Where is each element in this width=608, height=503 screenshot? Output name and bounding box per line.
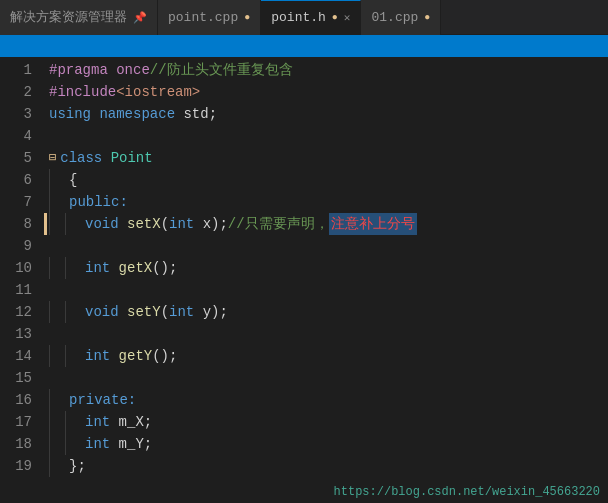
token: getY — [119, 345, 153, 367]
token: once — [116, 59, 150, 81]
tab-point-cpp[interactable]: point.cpp ● — [158, 0, 261, 35]
code-line: int getX(); — [44, 257, 608, 279]
token: setY — [127, 301, 161, 323]
line-number: 16 — [0, 389, 32, 411]
line-number: 5 — [0, 147, 32, 169]
line-number: 11 — [0, 279, 32, 301]
code-line: void setX(int x);//只需要声明，注意补上分号 — [44, 213, 608, 235]
token: int — [169, 301, 203, 323]
tab-01-cpp[interactable]: 01.cpp ● — [361, 0, 441, 35]
token: }; — [69, 455, 86, 477]
code-line: int getY(); — [44, 345, 608, 367]
code-line: #pragma once//防止头文件重复包含 — [44, 59, 608, 81]
token: (); — [152, 257, 177, 279]
token: namespace — [91, 103, 183, 125]
code-line: void setY(int y); — [44, 301, 608, 323]
token: #include — [49, 81, 116, 103]
code-line: ⊟class Point — [44, 147, 608, 169]
token: int — [169, 213, 203, 235]
modified-indicator: ● — [244, 12, 250, 23]
token: y); — [203, 301, 228, 323]
line-number: 19 — [0, 455, 32, 477]
line-number: 15 — [0, 367, 32, 389]
code-line: int m_Y; — [44, 433, 608, 455]
line-number: 13 — [0, 323, 32, 345]
code-line: }; — [44, 455, 608, 477]
token: #pragma — [49, 59, 116, 81]
token: int — [85, 433, 119, 455]
tab-label: point.h — [271, 10, 326, 25]
line-number: 9 — [0, 235, 32, 257]
token: int — [85, 411, 119, 433]
token: class — [60, 147, 110, 169]
code-line: private: — [44, 389, 608, 411]
line-number: 3 — [0, 103, 32, 125]
modified-indicator: ● — [332, 12, 338, 23]
tab-pin-icon: 📌 — [133, 11, 147, 24]
yellow-bar — [44, 213, 47, 235]
editor: 12345678910111213141516171819 #pragma on… — [0, 57, 608, 503]
line-number: 17 — [0, 411, 32, 433]
tab-label: 01.cpp — [371, 10, 418, 25]
line-number: 2 — [0, 81, 32, 103]
code-line — [44, 279, 608, 301]
token: public: — [69, 191, 128, 213]
line-number: 6 — [0, 169, 32, 191]
token: int — [85, 257, 119, 279]
close-icon[interactable]: ✕ — [344, 11, 351, 24]
code-line — [44, 367, 608, 389]
line-number: 12 — [0, 301, 32, 323]
token: private: — [69, 389, 136, 411]
token: std; — [183, 103, 217, 125]
code-line: #include<iostream> — [44, 81, 608, 103]
line-number: 18 — [0, 433, 32, 455]
tab-label: 解决方案资源管理器 — [10, 8, 127, 26]
code-line — [44, 235, 608, 257]
token: ⊟ — [49, 147, 56, 169]
code-line: public: — [44, 191, 608, 213]
tab-point-h[interactable]: point.h ● ✕ — [261, 0, 361, 35]
code-area[interactable]: #pragma once//防止头文件重复包含#include<iostream… — [40, 57, 608, 503]
code-line — [44, 125, 608, 147]
token: setX — [127, 213, 161, 235]
code-line: { — [44, 169, 608, 191]
token: void — [85, 301, 127, 323]
token: using — [49, 103, 91, 125]
token: m_X; — [119, 411, 153, 433]
token: x); — [203, 213, 228, 235]
token: ( — [161, 301, 169, 323]
learn-bar — [0, 35, 608, 57]
line-number: 4 — [0, 125, 32, 147]
token: //防止头文件重复包含 — [150, 59, 293, 81]
code-line — [44, 323, 608, 345]
code-line: int m_X; — [44, 411, 608, 433]
line-numbers: 12345678910111213141516171819 — [0, 57, 40, 503]
token: void — [85, 213, 127, 235]
line-number: 14 — [0, 345, 32, 367]
line-number: 7 — [0, 191, 32, 213]
modified-indicator: ● — [424, 12, 430, 23]
title-bar: 解决方案资源管理器 📌 point.cpp ● point.h ● ✕ 01.c… — [0, 0, 608, 35]
line-number: 10 — [0, 257, 32, 279]
token: getX — [119, 257, 153, 279]
line-number: 8 — [0, 213, 32, 235]
token: Point — [111, 147, 153, 169]
token: { — [69, 169, 77, 191]
tab-label: point.cpp — [168, 10, 238, 25]
token: (); — [152, 345, 177, 367]
token: //只需要声明， — [228, 213, 329, 235]
token: <iostream> — [116, 81, 200, 103]
token: int — [85, 345, 119, 367]
token: ( — [161, 213, 169, 235]
token: 注意补上分号 — [329, 213, 417, 235]
tab-explorer[interactable]: 解决方案资源管理器 📌 — [0, 0, 158, 35]
token: m_Y; — [119, 433, 153, 455]
code-line: using namespace std; — [44, 103, 608, 125]
line-number: 1 — [0, 59, 32, 81]
bottom-link: https://blog.csdn.net/weixin_45663220 — [334, 485, 600, 499]
